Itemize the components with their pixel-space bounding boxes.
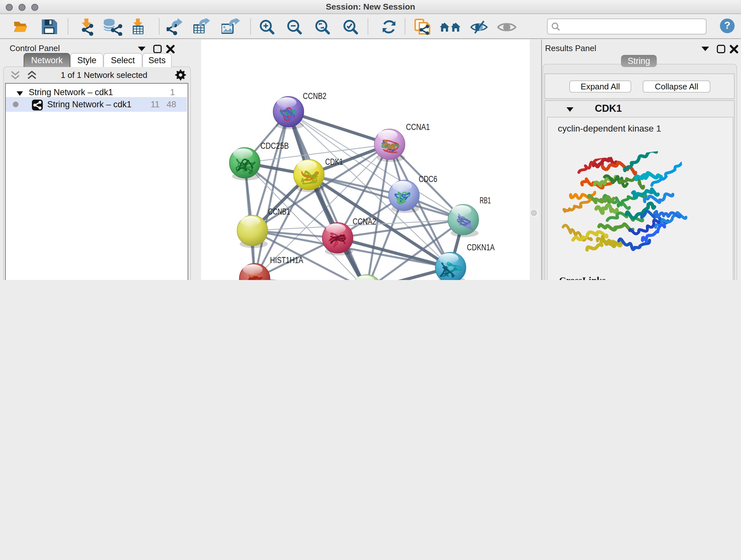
svg-text:CDK1: CDK1: [325, 157, 343, 167]
svg-text:RB1: RB1: [480, 196, 491, 205]
svg-text:CDC6: CDC6: [419, 174, 437, 184]
svg-text:CCNA2: CCNA2: [353, 217, 376, 226]
svg-text:CCNA1: CCNA1: [406, 122, 430, 132]
svg-text:CDC25B: CDC25B: [260, 141, 289, 151]
svg-text:CCNB2: CCNB2: [303, 91, 327, 101]
svg-text:CCNB1: CCNB1: [268, 207, 290, 216]
svg-text:CDKN1A: CDKN1A: [467, 243, 495, 252]
svg-text:HIST1H1A: HIST1H1A: [270, 255, 303, 265]
